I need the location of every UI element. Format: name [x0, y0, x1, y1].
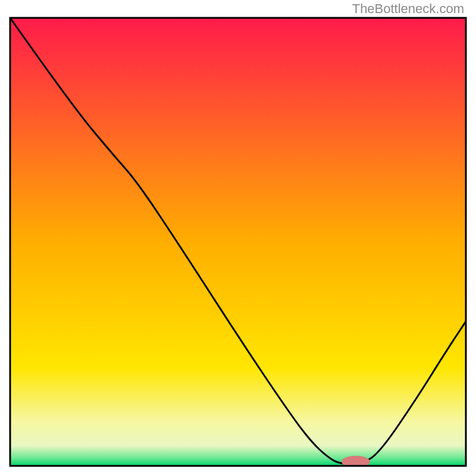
watermark-text: TheBottleneck.com [352, 1, 464, 16]
gradient-background [10, 18, 466, 466]
bottleneck-chart: TheBottleneck.com [0, 0, 476, 476]
